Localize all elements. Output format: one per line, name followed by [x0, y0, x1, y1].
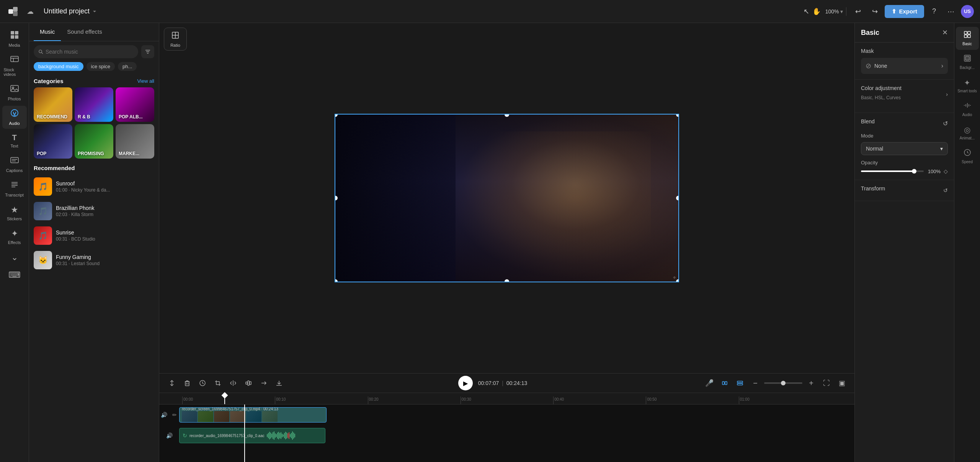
- resize-handle-br[interactable]: [676, 279, 679, 282]
- view-all-button[interactable]: View all: [137, 78, 154, 84]
- wave-bar: [286, 433, 287, 439]
- cloud-sync-icon[interactable]: ☁: [24, 6, 36, 17]
- tag-ice-spice[interactable]: ice spice: [87, 62, 115, 71]
- audio-clip[interactable]: ↻ recorder_audio_1699846751757_clip_0.aa…: [179, 428, 325, 443]
- track-thumb-sunrise: 🎵: [34, 226, 52, 245]
- sidebar-item-more[interactable]: ⌄: [2, 249, 27, 265]
- zoom-dropdown-icon[interactable]: ▾: [840, 8, 843, 15]
- play-button[interactable]: ▶: [458, 376, 473, 390]
- list-item[interactable]: 🎵 Sunroof 01:00 · Nicky Youre & da...: [29, 174, 159, 199]
- split-view-button[interactable]: ▣: [835, 377, 848, 390]
- sidebar-item-keyboard[interactable]: ⌨: [2, 267, 27, 283]
- timeline-zoom-clip-button[interactable]: [718, 377, 731, 390]
- microphone-button[interactable]: 🎤: [703, 377, 716, 390]
- mask-selector[interactable]: ⊘ None ›: [861, 58, 948, 74]
- svg-rect-44: [737, 381, 743, 383]
- project-name-area[interactable]: Untitled project: [44, 7, 97, 15]
- category-promising[interactable]: PROMISING: [75, 124, 113, 159]
- audio-track-mute-button[interactable]: 🔊: [165, 431, 174, 440]
- redo-button[interactable]: ↪: [868, 5, 882, 18]
- svg-rect-0: [8, 9, 13, 14]
- video-track-edit-button[interactable]: ✏: [170, 410, 179, 419]
- track-meta: 01:00 · Nicky Youre & da...: [56, 187, 154, 193]
- search-input[interactable]: [46, 49, 134, 55]
- more-options-button[interactable]: [257, 377, 270, 390]
- sidebar-item-effects[interactable]: ✦ Effects: [2, 226, 27, 248]
- split-button[interactable]: [165, 377, 178, 390]
- track-name: Funny Gaming: [56, 254, 154, 260]
- tab-music[interactable]: Music: [34, 23, 61, 41]
- sidebar-item-media[interactable]: Media: [2, 28, 27, 51]
- timeline-zoom-slider[interactable]: [764, 382, 802, 384]
- category-pop[interactable]: POP: [34, 124, 72, 159]
- flip-button[interactable]: [227, 377, 240, 390]
- tag-background-music[interactable]: background music: [34, 62, 83, 71]
- color-adj-arrow-icon[interactable]: ›: [946, 91, 948, 97]
- wave-bar: [270, 433, 271, 439]
- far-right-item-smart-tools[interactable]: ✦ Smart tools: [956, 74, 979, 97]
- category-rnb[interactable]: R & B: [75, 87, 113, 122]
- fullscreen-button[interactable]: ⛶: [820, 377, 833, 390]
- list-item[interactable]: 🎵 Brazillian Phonk 02:03 · Killa Storm: [29, 199, 159, 223]
- zoom-out-button[interactable]: −: [749, 377, 762, 390]
- sidebar-item-transcript[interactable]: Transcript: [2, 177, 27, 200]
- help-button[interactable]: ?: [927, 5, 941, 18]
- undo-button[interactable]: ↩: [851, 5, 865, 18]
- list-item[interactable]: 🐱 Funny Gaming 00:31 · Lestari Sound: [29, 248, 159, 272]
- preview-toolbar: ▶ 00:07:07 | 00:24:13 🎤 − + ⛶ ▣: [159, 373, 854, 393]
- app-logo[interactable]: [6, 5, 20, 18]
- video-track-controls: 🔊 ✏: [159, 410, 179, 419]
- crop-button[interactable]: [211, 377, 224, 390]
- sidebar-item-captions[interactable]: Captions: [2, 153, 27, 176]
- user-avatar[interactable]: US: [961, 5, 974, 18]
- background-label: Backgr...: [960, 66, 975, 70]
- sidebar-item-audio[interactable]: Audio: [2, 106, 27, 129]
- wave-bar: [290, 434, 291, 437]
- far-right-item-basic[interactable]: Basic: [956, 27, 979, 50]
- sidebar-item-text[interactable]: T Text: [2, 130, 27, 151]
- blend-label: Blend: [861, 118, 875, 125]
- zoom-in-button[interactable]: +: [805, 377, 818, 390]
- speed-button[interactable]: [196, 377, 209, 390]
- tab-sound-effects[interactable]: Sound effects: [61, 23, 108, 41]
- timeline-zoom-thumb[interactable]: [781, 381, 786, 385]
- search-input-wrap[interactable]: [34, 45, 138, 58]
- cursor-mode-btn[interactable]: ↖: [804, 7, 809, 16]
- video-track-mute-button[interactable]: 🔊: [159, 410, 168, 419]
- opacity-slider-thumb[interactable]: [912, 169, 916, 174]
- export-button[interactable]: ⬆ Export: [885, 5, 924, 18]
- delete-button[interactable]: [181, 377, 194, 390]
- audio-sync-button[interactable]: [242, 377, 255, 390]
- category-recommend[interactable]: RECOMMEND: [34, 87, 72, 122]
- blend-mode-select[interactable]: Normal ▾: [861, 142, 948, 155]
- zoom-control[interactable]: ↖ ✋ 100% ▾: [800, 7, 847, 16]
- sidebar-item-photos[interactable]: Photos: [2, 81, 27, 104]
- opacity-slider[interactable]: [861, 170, 924, 172]
- resize-handle-bc[interactable]: [505, 279, 509, 282]
- resize-handle-mr[interactable]: [676, 196, 679, 200]
- hand-mode-btn[interactable]: ✋: [812, 7, 821, 16]
- text-icon: T: [12, 133, 16, 142]
- far-right-item-audio[interactable]: Audio: [956, 98, 979, 121]
- panel-close-button[interactable]: ✕: [942, 28, 948, 37]
- blend-reset-icon[interactable]: ↺: [943, 120, 948, 127]
- far-right-item-animate[interactable]: ◎ Animat...: [956, 121, 979, 144]
- clip-thumbnail: [246, 411, 261, 423]
- category-pop-alb[interactable]: POP ALB...: [116, 87, 154, 122]
- search-filter-button[interactable]: [141, 45, 154, 58]
- transform-reset-icon[interactable]: ↺: [943, 187, 948, 193]
- far-right-item-background[interactable]: Backgr...: [956, 51, 979, 74]
- sidebar-item-stock-videos[interactable]: Stock videos: [2, 52, 27, 80]
- download-button[interactable]: [273, 377, 286, 390]
- list-item[interactable]: 🎵 Sunrise 00:31 · BCD Studio: [29, 223, 159, 248]
- far-right-item-speed[interactable]: Speed: [956, 145, 979, 168]
- sidebar-item-stickers[interactable]: ★ Stickers: [2, 202, 27, 224]
- timeline-zoom-track-button[interactable]: [733, 377, 746, 390]
- video-clip[interactable]: recorder_screen_1699846751757_clip_0.mp4…: [179, 407, 327, 423]
- opacity-expand-icon[interactable]: ◇: [944, 168, 948, 174]
- more-menu-button[interactable]: ⋯: [944, 5, 958, 18]
- tag-ph[interactable]: ph...: [118, 62, 137, 71]
- blend-header-row: Blend ↺: [861, 118, 948, 128]
- category-marketing[interactable]: MARKE...: [116, 124, 154, 159]
- ratio-button[interactable]: Ratio: [164, 28, 187, 51]
